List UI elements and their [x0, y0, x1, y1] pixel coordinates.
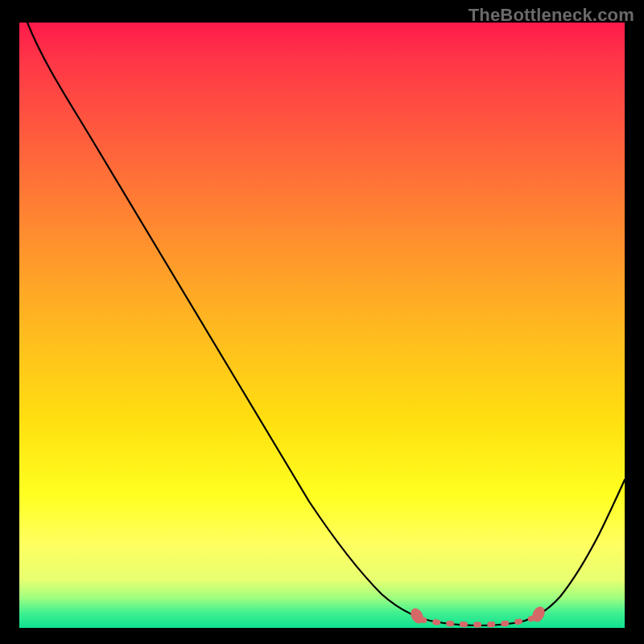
plot-area: [19, 23, 625, 628]
curve-layer: [19, 23, 625, 628]
chart-frame: TheBottleneck.com: [0, 0, 644, 644]
watermark-text: TheBottleneck.com: [469, 5, 634, 26]
bottleneck-curve: [27, 23, 625, 625]
optimal-region-dash: [422, 618, 533, 625]
